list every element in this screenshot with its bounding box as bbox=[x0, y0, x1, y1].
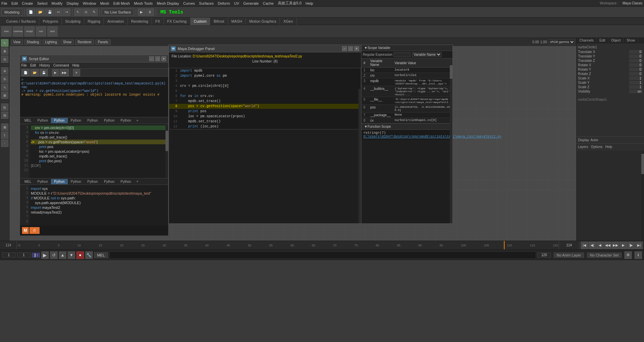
soft-mod-btn[interactable]: ◎ bbox=[1, 103, 8, 111]
shelf-icon-tree[interactable]: tree bbox=[1, 26, 12, 36]
channels-tab[interactable]: Channels bbox=[577, 38, 597, 43]
se-open-btn[interactable]: 📂 bbox=[30, 69, 39, 76]
tl-prev-key-btn[interactable]: ◀| bbox=[589, 242, 596, 249]
se-upper-tab-py3[interactable]: Python bbox=[68, 118, 84, 123]
se-upper-tab-py6[interactable]: Python bbox=[117, 118, 134, 123]
upper-scrollbar[interactable] bbox=[165, 124, 168, 178]
tl-play-fwd-btn[interactable]: ▶▶ bbox=[612, 242, 619, 249]
channels-edit-tab[interactable]: Edit bbox=[597, 38, 608, 43]
menu-mesh-display[interactable]: Mesh Display bbox=[157, 1, 179, 5]
menu-curves[interactable]: Curves bbox=[183, 1, 195, 5]
menu-create[interactable]: Create bbox=[22, 1, 33, 5]
menu-window[interactable]: Window bbox=[83, 1, 96, 5]
move-tool-btn[interactable]: ✛ bbox=[1, 67, 8, 75]
help-channel-btn[interactable]: Help bbox=[605, 145, 612, 149]
shelf-tab-polygons[interactable]: Polygons bbox=[39, 18, 62, 25]
upper-scrollbar-thumb[interactable] bbox=[165, 131, 168, 151]
vp-shading-btn[interactable]: Shading bbox=[24, 40, 42, 45]
gamma-select[interactable]: sRGB gamma bbox=[548, 40, 575, 44]
maximize-btn[interactable]: □ bbox=[155, 56, 160, 61]
se-run-all-btn[interactable]: ▶▶ bbox=[60, 69, 69, 76]
open-scene-btn[interactable]: 📂 bbox=[36, 8, 45, 16]
debugger-scrollbar[interactable] bbox=[358, 89, 361, 223]
anim-tab[interactable]: Anim bbox=[591, 138, 598, 142]
debugger-code-area[interactable]: 1 import mpdb 2 import pymel.core as pm … bbox=[169, 68, 361, 129]
current-frame-input-main[interactable] bbox=[17, 252, 30, 258]
stop-main-btn[interactable]: ■ bbox=[76, 251, 84, 259]
play-fwd-main-btn[interactable]: ▶ bbox=[41, 251, 49, 259]
se-upper-tab-py1[interactable]: Python bbox=[35, 118, 51, 123]
channels-object-tab[interactable]: Object bbox=[608, 38, 624, 43]
scope-scrollbar[interactable] bbox=[450, 62, 452, 223]
debugger-close-btn[interactable]: ✕ bbox=[354, 46, 359, 51]
universal-manip-btn[interactable]: ⊞ bbox=[1, 92, 8, 99]
pause-btn[interactable]: ⏸ bbox=[146, 8, 154, 16]
lasso-left-btn[interactable]: ⊙ bbox=[1, 55, 8, 63]
menu-edit[interactable]: Edit bbox=[12, 1, 18, 5]
live-surface-dropdown[interactable]: No Live Surface bbox=[102, 8, 134, 16]
select-tool-btn[interactable]: ↖ bbox=[74, 8, 82, 16]
menu-mesh-tools[interactable]: Mesh Tools bbox=[134, 1, 153, 5]
se-lower-tab-py4[interactable]: Python bbox=[84, 179, 101, 184]
play-down-btn[interactable]: ▼ bbox=[68, 251, 75, 259]
se-upper-tab-py4[interactable]: Python bbox=[84, 118, 101, 123]
select-tool-left-btn[interactable]: ↖ bbox=[1, 39, 8, 47]
menu-mesh[interactable]: Mesh bbox=[100, 1, 109, 5]
snap-grid-btn[interactable]: ⊞ bbox=[1, 123, 8, 131]
display-tab[interactable]: Display bbox=[578, 138, 589, 142]
se-lower-tab-py2[interactable]: Python bbox=[51, 179, 68, 184]
menu-uv[interactable]: UV bbox=[234, 1, 239, 5]
menu-deform[interactable]: Deform bbox=[218, 1, 230, 5]
tl-next-key-btn[interactable]: |▶ bbox=[627, 242, 635, 249]
paint-select-btn[interactable]: ⊕ bbox=[1, 47, 8, 55]
shelf-icon-run[interactable]: run bbox=[36, 26, 46, 36]
menu-surfaces[interactable]: Surfaces bbox=[199, 1, 214, 5]
viewport[interactable]: View Shading Lighting Show Renderer Pane… bbox=[9, 38, 576, 241]
debugger-minimize-btn[interactable]: ─ bbox=[342, 46, 347, 51]
shelf-tab-rendering[interactable]: Rendering bbox=[128, 18, 152, 25]
menu-cache[interactable]: Cache bbox=[263, 1, 274, 5]
tl-go-start-btn[interactable]: |◀ bbox=[581, 242, 588, 249]
layers-btn[interactable]: Layers bbox=[578, 145, 588, 149]
options-btn[interactable]: Options bbox=[591, 145, 602, 149]
tl-prev-frame-btn[interactable]: ◀ bbox=[596, 242, 604, 249]
upper-code-content[interactable]: crv = pm.circle(ch=0)[0] for cv in crv.c… bbox=[29, 124, 168, 178]
shelf-tab-motion[interactable]: Motion Graphics bbox=[246, 18, 280, 25]
se-lower-tab-py5[interactable]: Python bbox=[101, 179, 117, 184]
scope-filter-input[interactable] bbox=[394, 52, 410, 57]
play-btn[interactable]: ▶ bbox=[138, 8, 145, 16]
wrench-btn[interactable]: 🔧 bbox=[85, 251, 93, 259]
se-lower-tab-py3[interactable]: Python bbox=[68, 179, 84, 184]
shelf-tab-sculpting[interactable]: Sculpting bbox=[62, 18, 84, 25]
vp-panels-btn[interactable]: Panels bbox=[95, 40, 111, 45]
paint-tool-btn[interactable]: ✎ bbox=[90, 8, 98, 16]
close-btn[interactable]: ✕ bbox=[161, 56, 166, 61]
rotate-tool-btn[interactable]: ↻ bbox=[1, 75, 8, 83]
shelf-icon-script[interactable]: script bbox=[24, 26, 35, 36]
shelf-tab-bifrost[interactable]: Bifrost bbox=[210, 18, 228, 25]
se-upper-tab-mel[interactable]: MEL bbox=[21, 118, 35, 123]
menu-tools[interactable]: 高效工具金5.0 bbox=[278, 1, 302, 6]
shelf-tab-fx-caching[interactable]: FX Caching bbox=[164, 18, 190, 25]
loop-btn[interactable]: ↺ bbox=[50, 251, 58, 259]
menu-modify[interactable]: Modify bbox=[51, 1, 62, 5]
tl-play-back-btn[interactable]: ◀◀ bbox=[604, 242, 612, 249]
save-scene-btn[interactable]: 💾 bbox=[45, 8, 54, 16]
snap-point-btn[interactable]: · bbox=[1, 140, 8, 147]
shelf-icon-test[interactable]: test bbox=[47, 26, 58, 36]
settings-icon[interactable]: ⚙ bbox=[624, 251, 632, 259]
play-up-btn[interactable]: ▲ bbox=[59, 251, 66, 259]
se-save-btn[interactable]: 💾 bbox=[40, 69, 48, 76]
command-input[interactable] bbox=[109, 251, 536, 259]
undo-btn[interactable]: ↩ bbox=[55, 8, 62, 16]
redo-btn[interactable]: ↪ bbox=[63, 8, 70, 16]
lasso-tool-btn[interactable]: ⊙ bbox=[82, 8, 90, 16]
info-icon[interactable]: ℹ bbox=[635, 251, 642, 259]
se-edit[interactable]: Edit bbox=[30, 64, 36, 67]
lower-code-content[interactable]: import sys MODULE = r"D:\Users\82047\Des… bbox=[29, 185, 168, 225]
se-command[interactable]: Command bbox=[53, 64, 69, 67]
debugger-maximize-btn[interactable]: □ bbox=[348, 46, 353, 51]
snap-curve-btn[interactable]: ⌇ bbox=[1, 131, 8, 139]
minimize-btn[interactable]: ─ bbox=[149, 56, 154, 61]
se-history[interactable]: History bbox=[39, 64, 50, 67]
